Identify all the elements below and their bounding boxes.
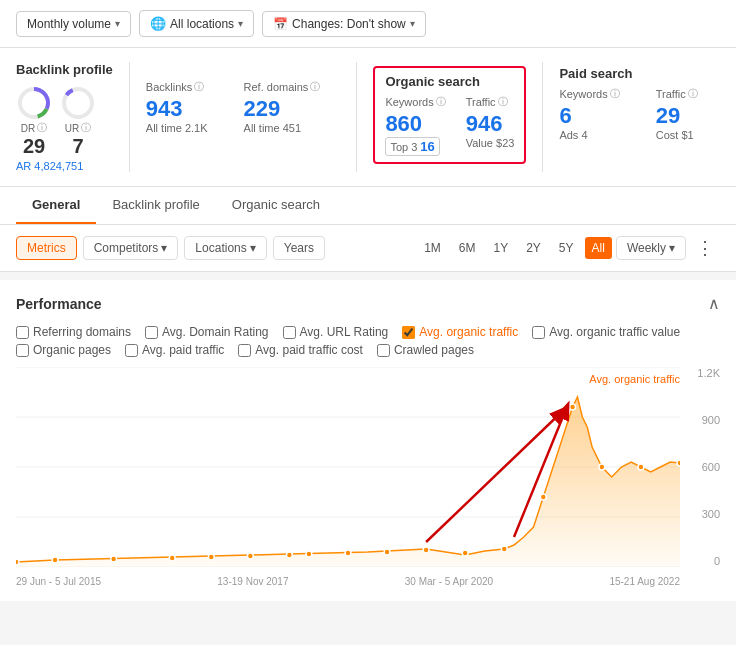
ref-domains-value: 229: [244, 96, 321, 122]
range-1m-btn[interactable]: 1M: [417, 237, 448, 259]
changes-btn[interactable]: 📅 Changes: Don't show ▾: [262, 11, 426, 37]
locations-btn[interactable]: Locations ▾: [184, 236, 266, 260]
chevron-down-icon: ▾: [238, 18, 243, 29]
range-5y-btn[interactable]: 5Y: [552, 237, 581, 259]
dr-donut-chart: [16, 85, 52, 121]
monthly-volume-btn[interactable]: Monthly volume ▾: [16, 11, 131, 37]
paid-keywords-label: Keywords: [559, 88, 607, 100]
x-label-2: 13-19 Nov 2017: [217, 576, 288, 587]
years-btn[interactable]: Years: [273, 236, 325, 260]
referring-domains-label: Referring domains: [33, 325, 131, 339]
tab-general[interactable]: General: [16, 187, 96, 224]
crawled-pages-checkbox[interactable]: [377, 344, 390, 357]
avg-organic-traffic-value-label: Avg. organic traffic value: [549, 325, 680, 339]
chart-area: Avg. organic traffic: [16, 367, 720, 587]
collapse-toggle[interactable]: ∧: [708, 294, 720, 313]
checkbox-avg-paid-traffic-cost[interactable]: Avg. paid traffic cost: [238, 343, 363, 357]
checkbox-organic-pages[interactable]: Organic pages: [16, 343, 111, 357]
avg-organic-traffic-label: Avg. organic traffic: [419, 325, 518, 339]
backlinks-sub: All time 2.1K: [146, 122, 208, 134]
monthly-volume-label: Monthly volume: [27, 17, 111, 31]
organic-traffic-info-icon: ⓘ: [498, 95, 508, 109]
chevron-down-icon: ▾: [410, 18, 415, 29]
chevron-down-icon: ▾: [250, 241, 256, 255]
top3-label: Top 3: [390, 141, 417, 153]
performance-header: Performance ∧: [16, 294, 720, 313]
svg-point-10: [16, 559, 19, 565]
checkbox-avg-paid-traffic[interactable]: Avg. paid traffic: [125, 343, 224, 357]
globe-icon: 🌐: [150, 16, 166, 31]
more-options-btn[interactable]: ⋮: [690, 235, 720, 261]
top-toolbar: Monthly volume ▾ 🌐 All locations ▾ 📅 Cha…: [0, 0, 736, 48]
range-1y-btn[interactable]: 1Y: [486, 237, 515, 259]
avg-url-rating-checkbox[interactable]: [283, 326, 296, 339]
paid-keywords-value: 6: [559, 103, 619, 129]
svg-point-23: [540, 494, 546, 500]
avg-domain-rating-checkbox[interactable]: [145, 326, 158, 339]
dr-label: DR: [21, 123, 35, 134]
chevron-down-icon: ▾: [669, 241, 675, 255]
svg-point-26: [638, 464, 644, 470]
all-locations-label: All locations: [170, 17, 234, 31]
checkbox-avg-organic-traffic-value[interactable]: Avg. organic traffic value: [532, 325, 680, 339]
ur-label: UR: [65, 123, 79, 134]
backlinks-stat: Backlinks ⓘ 943 All time 2.1K: [146, 80, 208, 134]
performance-title: Performance: [16, 296, 102, 312]
range-2y-btn[interactable]: 2Y: [519, 237, 548, 259]
avg-organic-traffic-value-checkbox[interactable]: [532, 326, 545, 339]
svg-point-27: [677, 460, 680, 466]
avg-paid-traffic-checkbox[interactable]: [125, 344, 138, 357]
svg-point-18: [345, 550, 351, 556]
referring-domains-checkbox[interactable]: [16, 326, 29, 339]
competitors-btn[interactable]: Competitors ▾: [83, 236, 179, 260]
tab-organic-search[interactable]: Organic search: [216, 187, 336, 224]
ur-item: UR ⓘ 7: [60, 85, 96, 158]
backlinks-value: 943: [146, 96, 208, 122]
dr-item: DR ⓘ 29: [16, 85, 52, 158]
divider-3: [542, 62, 543, 172]
checkbox-referring-domains[interactable]: Referring domains: [16, 325, 131, 339]
avg-url-rating-label: Avg. URL Rating: [300, 325, 389, 339]
weekly-btn[interactable]: Weekly ▾: [616, 236, 686, 260]
organic-keywords-label: Keywords: [385, 96, 433, 108]
svg-point-25: [599, 464, 605, 470]
ref-domains-stat: Ref. domains ⓘ 229 All time 451: [244, 80, 321, 134]
range-all-btn[interactable]: All: [585, 237, 612, 259]
y-label-5: 0: [714, 555, 720, 567]
chart-svg-container: [16, 367, 680, 567]
avg-domain-rating-label: Avg. Domain Rating: [162, 325, 269, 339]
range-6m-btn[interactable]: 6M: [452, 237, 483, 259]
paid-keywords-stat: Keywords ⓘ 6 Ads 4: [559, 87, 619, 141]
avg-organic-traffic-checkbox[interactable]: [402, 326, 415, 339]
main-tabs: General Backlink profile Organic search: [0, 187, 736, 225]
backlinks-info-icon: ⓘ: [194, 80, 204, 94]
checkbox-avg-domain-rating[interactable]: Avg. Domain Rating: [145, 325, 269, 339]
svg-point-17: [306, 551, 312, 557]
tab-backlink-profile[interactable]: Backlink profile: [96, 187, 215, 224]
metrics-btn[interactable]: Metrics: [16, 236, 77, 260]
ar-row: AR 4,824,751: [16, 160, 113, 172]
paid-traffic-stat: Traffic ⓘ 29 Cost $1: [656, 87, 698, 141]
organic-pages-checkbox[interactable]: [16, 344, 29, 357]
svg-point-15: [247, 553, 253, 559]
checkbox-avg-url-rating[interactable]: Avg. URL Rating: [283, 325, 389, 339]
paid-traffic-info-icon: ⓘ: [688, 87, 698, 101]
organic-search-title: Organic search: [385, 74, 514, 89]
paid-traffic-sub: Cost $1: [656, 129, 698, 141]
checkbox-crawled-pages[interactable]: Crawled pages: [377, 343, 474, 357]
checkbox-row-2: Organic pages Avg. paid traffic Avg. pai…: [16, 343, 720, 357]
checkbox-avg-organic-traffic[interactable]: Avg. organic traffic: [402, 325, 518, 339]
line-chart-svg: [16, 367, 680, 567]
chart-x-labels: 29 Jun - 5 Jul 2015 13-19 Nov 2017 30 Ma…: [16, 576, 680, 587]
ur-info-icon: ⓘ: [81, 121, 91, 135]
organic-keywords-value: 860: [385, 111, 445, 137]
organic-keywords-stat: Keywords ⓘ 860 Top 3 16: [385, 95, 445, 156]
svg-point-21: [462, 550, 468, 556]
paid-keywords-info-icon: ⓘ: [610, 87, 620, 101]
top3-value: 16: [420, 139, 434, 154]
chart-area-fill: [16, 397, 680, 567]
paid-keywords-sub: Ads 4: [559, 129, 619, 141]
avg-paid-traffic-cost-checkbox[interactable]: [238, 344, 251, 357]
changes-label: Changes: Don't show: [292, 17, 406, 31]
all-locations-btn[interactable]: 🌐 All locations ▾: [139, 10, 254, 37]
